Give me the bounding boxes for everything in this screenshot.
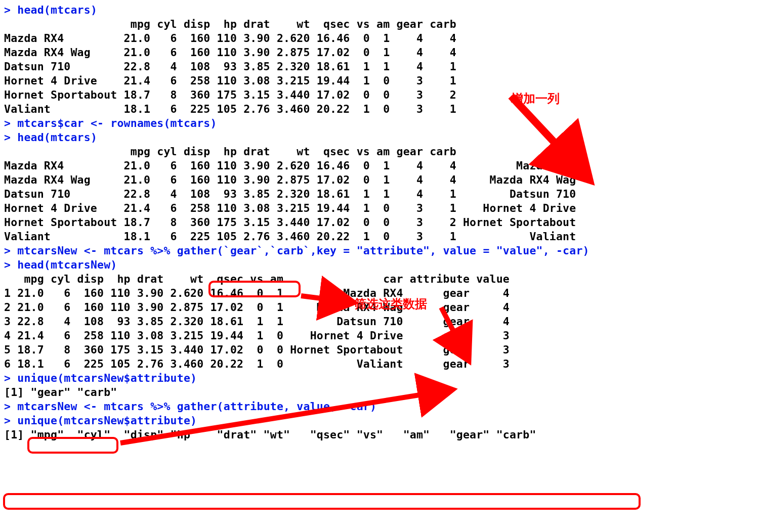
table-row: Mazda RX4 Wag 21.0 6 160 110 3.90 2.875 … <box>4 173 576 186</box>
r-command[interactable]: > head(mtcars) <box>4 131 97 144</box>
output-line: [1] "mpg" "cyl" "disp" "hp" "drat" "wt" … <box>4 428 536 441</box>
table-row: Hornet Sportabout 18.7 8 360 175 3.15 3.… <box>4 88 456 101</box>
table-row: Hornet 4 Drive 21.4 6 258 110 3.08 3.215… <box>4 202 576 214</box>
r-command[interactable]: > mtcarsNew <- mtcars %>% gather(`gear`,… <box>4 244 589 257</box>
highlight-unique-all <box>3 493 641 510</box>
r-command[interactable]: > mtcars$car <- rownames(mtcars) <box>4 117 217 129</box>
table-row: Mazda RX4 Wag 21.0 6 160 110 3.90 2.875 … <box>4 46 456 59</box>
table-row: 5 18.7 8 360 175 3.15 3.440 17.02 0 0 Ho… <box>4 343 510 356</box>
table-row: Hornet 4 Drive 21.4 6 258 110 3.08 3.215… <box>4 74 456 87</box>
r-command[interactable]: > unique(mtcarsNew$attribute) <box>4 372 197 384</box>
table-row: Mazda RX4 21.0 6 160 110 3.90 2.620 16.4… <box>4 159 576 172</box>
table-row: Datsun 710 22.8 4 108 93 3.85 2.320 18.6… <box>4 188 576 200</box>
table-row: Datsun 710 22.8 4 108 93 3.85 2.320 18.6… <box>4 60 456 73</box>
r-console-output: > head(mtcars) mpg cyl disp hp drat wt q… <box>0 0 759 445</box>
r-command[interactable]: > head(mtcars) <box>4 4 97 16</box>
table-row: 4 21.4 6 258 110 3.08 3.215 19.44 1 0 Ho… <box>4 329 510 342</box>
output-line: [1] "gear" "carb" <box>4 386 117 398</box>
table-row: Valiant 18.1 6 225 105 2.76 3.460 20.22 … <box>4 103 456 115</box>
table-row: 1 21.0 6 160 110 3.90 2.620 16.46 0 1 Ma… <box>4 287 510 299</box>
r-command[interactable]: > head(mtcarsNew) <box>4 258 117 271</box>
table-row: Hornet Sportabout 18.7 8 360 175 3.15 3.… <box>4 216 576 229</box>
r-command[interactable]: > mtcarsNew <- mtcars %>% gather(attribu… <box>4 400 376 413</box>
table-header: mpg cyl disp hp drat wt qsec vs am gear … <box>4 145 576 158</box>
table-row: 2 21.0 6 160 110 3.90 2.875 17.02 0 1 Ma… <box>4 301 510 314</box>
r-command[interactable]: > unique(mtcarsNew$attribute) <box>4 414 197 427</box>
table-row: Mazda RX4 21.0 6 160 110 3.90 2.620 16.4… <box>4 32 456 45</box>
table-row: Valiant 18.1 6 225 105 2.76 3.460 20.22 … <box>4 230 576 243</box>
table-row: 3 22.8 4 108 93 3.85 2.320 18.61 1 1 Dat… <box>4 315 510 328</box>
table-header: mpg cyl disp hp drat wt qsec vs am car a… <box>4 273 510 285</box>
table-row: 6 18.1 6 225 105 2.76 3.460 20.22 1 0 Va… <box>4 358 510 370</box>
table-header: mpg cyl disp hp drat wt qsec vs am gear … <box>4 18 456 30</box>
